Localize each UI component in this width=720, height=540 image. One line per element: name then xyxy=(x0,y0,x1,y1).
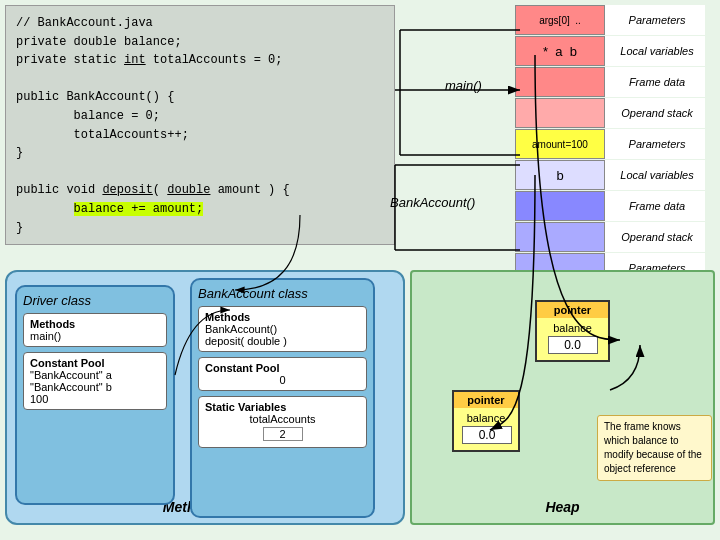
code-line-4 xyxy=(16,70,384,89)
stack-cell-vars: * a b xyxy=(515,36,605,66)
heap-pointer-b-title: pointer xyxy=(454,392,518,408)
stack-cell-args: args[0] .. xyxy=(515,5,605,35)
stack-cell-frame2 xyxy=(515,191,605,221)
ba-static-vars-title: Static Variables xyxy=(205,401,360,413)
stack-cell-operand1 xyxy=(515,98,605,128)
code-line-12: } xyxy=(16,219,384,238)
driver-methods-content: main() xyxy=(30,330,160,342)
bankaccount-class-title: BankAccount class xyxy=(198,286,367,301)
code-line-2: private double balance; xyxy=(16,33,384,52)
heap-pointer-a-title: pointer xyxy=(537,302,608,318)
stack-label-params2: Parameters xyxy=(605,129,705,159)
driver-cp-item1: "BankAccount" a xyxy=(30,369,160,381)
stack-label-params1: Parameters xyxy=(605,5,705,35)
heap-obj-a-sublabel: balance xyxy=(545,322,600,334)
stack-label-localvars1: Local variables xyxy=(605,36,705,66)
bankaccount-label: BankAccount() xyxy=(390,195,475,210)
code-line-6: balance = 0; xyxy=(16,107,384,126)
code-line-7: totalAccounts++; xyxy=(16,126,384,145)
code-line-9 xyxy=(16,163,384,182)
stack-row-2: * a b Local variables xyxy=(515,36,715,66)
code-line-10: public void deposit( double amount ) { xyxy=(16,181,384,200)
ba-static-vars-box: Static Variables totalAccounts 2 xyxy=(198,396,367,448)
heap-obj-a-value: 0.0 xyxy=(548,336,598,354)
code-line-1: // BankAccount.java xyxy=(16,14,384,33)
stack-cell-amount: amount=100 xyxy=(515,129,605,159)
bankaccount-class: BankAccount class Methods BankAccount() … xyxy=(190,278,375,518)
driver-class-title: Driver class xyxy=(23,293,167,308)
main-label: main() xyxy=(445,78,482,93)
ba-static-vars-name: totalAccounts xyxy=(205,413,360,425)
ba-method-2: deposit( double ) xyxy=(205,335,360,347)
code-line-11: balance += amount; xyxy=(16,200,384,219)
stack-label-operand1: Operand stack xyxy=(605,98,705,128)
stack-row-8: Operand stack xyxy=(515,222,715,252)
stack-label-localvars2: Local variables xyxy=(605,160,705,190)
driver-class: Driver class Methods main() Constant Poo… xyxy=(15,285,175,505)
stack-cell-b: b xyxy=(515,160,605,190)
stack-row-5: amount=100 Parameters xyxy=(515,129,715,159)
stack-label-frame1: Frame data xyxy=(605,67,705,97)
code-line-5: public BankAccount() { xyxy=(16,88,384,107)
stack-panel: args[0] .. Parameters * a b Local variab… xyxy=(515,5,715,280)
heap-pointer-b: pointer balance 0.0 xyxy=(452,390,520,452)
heap-title: Heap xyxy=(545,499,579,515)
driver-methods-title: Methods xyxy=(30,318,160,330)
stack-row-4: Operand stack xyxy=(515,98,715,128)
code-line-8: } xyxy=(16,144,384,163)
stack-row-3: Frame data xyxy=(515,67,715,97)
stack-cell-operand2 xyxy=(515,222,605,252)
stack-row-7: Frame data xyxy=(515,191,715,221)
heap-note: The frame knows which balance to modify … xyxy=(597,415,712,481)
driver-cp-item2: "BankAccount" b xyxy=(30,381,160,393)
ba-methods-box: Methods BankAccount() deposit( double ) xyxy=(198,306,367,352)
ba-static-vars-value: 2 xyxy=(263,427,303,441)
ba-methods-title: Methods xyxy=(205,311,360,323)
stack-label-frame2: Frame data xyxy=(605,191,705,221)
driver-constant-pool-title: Constant Pool xyxy=(30,357,160,369)
driver-methods-box: Methods main() xyxy=(23,313,167,347)
heap-pointer-a: pointer balance 0.0 xyxy=(535,300,610,362)
code-line-3: private static int totalAccounts = 0; xyxy=(16,51,384,70)
code-panel: // BankAccount.java private double balan… xyxy=(5,5,395,245)
stack-row-1: args[0] .. Parameters xyxy=(515,5,715,35)
ba-constant-pool-box: Constant Pool 0 xyxy=(198,357,367,391)
heap-obj-b-value: 0.0 xyxy=(462,426,512,444)
ba-method-1: BankAccount() xyxy=(205,323,360,335)
stack-row-6: b Local variables xyxy=(515,160,715,190)
heap-obj-b-sublabel: balance xyxy=(462,412,510,424)
driver-constant-pool-box: Constant Pool "BankAccount" a "BankAccou… xyxy=(23,352,167,410)
stack-label-operand2: Operand stack xyxy=(605,222,705,252)
ba-cp-value: 0 xyxy=(205,374,360,386)
driver-cp-item3: 100 xyxy=(30,393,160,405)
stack-cell-frame1 xyxy=(515,67,605,97)
ba-constant-pool-title: Constant Pool xyxy=(205,362,360,374)
